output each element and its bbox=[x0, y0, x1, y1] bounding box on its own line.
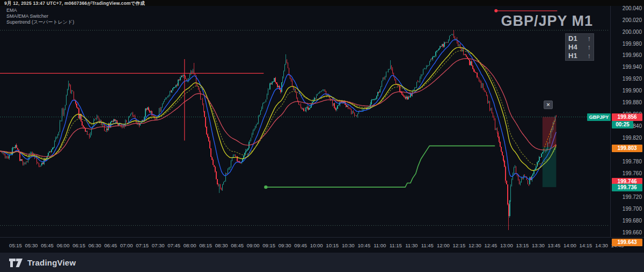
alert-lines[interactable] bbox=[0, 9, 557, 140]
mtf-row-h4: H4 ↑ bbox=[568, 43, 591, 52]
time-tick: 07:15 bbox=[136, 242, 149, 248]
indicator-legend[interactable]: EMA SMA/EMA Switcher Supertrend (スーパートレン… bbox=[6, 8, 74, 25]
close-icon[interactable]: ✕ bbox=[544, 101, 553, 109]
time-tick: 11:45 bbox=[421, 242, 434, 248]
price-tick: 200.040 bbox=[623, 5, 642, 11]
short-position-tool[interactable] bbox=[543, 117, 557, 188]
time-tick: 07:00 bbox=[120, 242, 133, 248]
time-tick: 08:00 bbox=[184, 242, 196, 248]
price-tick: 199.660 bbox=[623, 230, 642, 235]
price-tick: 200.020 bbox=[623, 17, 642, 23]
price-tick: 199.920 bbox=[623, 76, 642, 82]
time-tick: 08:15 bbox=[199, 242, 212, 248]
time-tick: 10:15 bbox=[326, 242, 339, 248]
price-tick: 199.820 bbox=[623, 135, 642, 141]
mtf-tf-label: H1 bbox=[568, 52, 577, 60]
mtf-trend-panel: D1 ↑ H4 ↑ H1 ↑ bbox=[565, 33, 594, 61]
time-tick: 09:15 bbox=[262, 242, 275, 248]
legend-item-ema[interactable]: EMA bbox=[6, 8, 74, 13]
legend-item-sma-ema-switcher[interactable]: SMA/EMA Switcher bbox=[6, 13, 74, 19]
time-tick: 12:00 bbox=[437, 242, 450, 248]
mtf-tf-label: D1 bbox=[568, 34, 577, 43]
target-price-label: 199.736 bbox=[612, 184, 642, 191]
time-tick: 05:45 bbox=[41, 242, 54, 248]
price-tick: 199.720 bbox=[623, 194, 642, 200]
price-tick: 199.780 bbox=[623, 159, 642, 164]
legend-item-supertrend[interactable]: Supertrend (スーパートレンド) bbox=[6, 19, 74, 25]
price-tick: 199.760 bbox=[623, 170, 642, 176]
up-arrow-icon: ↑ bbox=[588, 34, 591, 43]
time-tick: 10:00 bbox=[310, 242, 323, 248]
tradingview-wordmark[interactable]: TradingView bbox=[27, 258, 76, 267]
time-tick: 10:45 bbox=[357, 242, 370, 248]
time-tick: 11:30 bbox=[405, 242, 418, 248]
time-tick: 07:30 bbox=[152, 242, 165, 248]
ema-fast-blue bbox=[0, 40, 556, 180]
up-arrow-icon: ↑ bbox=[588, 52, 591, 60]
footer-bar: TradingView bbox=[0, 253, 644, 272]
price-tick: 199.960 bbox=[623, 52, 642, 58]
symbol-watermark: GBP/JPY M1 bbox=[501, 13, 593, 30]
price-tick: 199.680 bbox=[623, 218, 642, 224]
moving-average-lines bbox=[0, 40, 556, 180]
time-tick: 14:15 bbox=[580, 242, 592, 248]
time-tick: 11:15 bbox=[390, 242, 402, 248]
time-axis[interactable]: 05:1505:3005:4506:0006:1506:3006:4507:00… bbox=[0, 237, 644, 253]
time-tick: 08:30 bbox=[215, 242, 228, 248]
time-tick: 12:45 bbox=[485, 242, 497, 248]
attribution-bar: 9月 12, 2025 13:47 UTC+7, m0607366がTradin… bbox=[0, 0, 644, 6]
mtf-tf-label: H4 bbox=[568, 43, 577, 52]
bar-countdown-label: 00:25 bbox=[612, 121, 633, 128]
time-tick: 09:45 bbox=[294, 242, 307, 248]
attribution-text: 9月 12, 2025 13:47 UTC+7, m0607366がTradin… bbox=[4, 1, 145, 7]
time-tick: 06:45 bbox=[104, 242, 117, 248]
candlestick-layer[interactable] bbox=[0, 30, 557, 230]
up-arrow-icon: ↑ bbox=[588, 43, 591, 52]
alert-dot bbox=[494, 9, 497, 12]
time-tick: 12:15 bbox=[452, 242, 465, 248]
time-tick: 07:45 bbox=[167, 242, 180, 248]
price-tick: 199.980 bbox=[623, 41, 642, 47]
supertrend-line[interactable] bbox=[264, 146, 495, 189]
time-tick: 11:00 bbox=[374, 242, 386, 248]
position-profit-zone bbox=[543, 147, 557, 188]
chart-canvas[interactable] bbox=[0, 0, 644, 237]
time-tick: 14:30 bbox=[595, 242, 608, 248]
time-tick: 09:30 bbox=[279, 242, 291, 248]
time-tick: 05:30 bbox=[25, 242, 38, 248]
time-tick: 13:45 bbox=[548, 242, 561, 248]
supertrend-start-dot bbox=[264, 185, 267, 189]
time-tick: 09:00 bbox=[247, 242, 260, 248]
time-tick: 10:30 bbox=[342, 242, 355, 248]
time-tick: 08:45 bbox=[231, 242, 244, 248]
mtf-row-d1: D1 ↑ bbox=[568, 34, 591, 43]
time-tick: 14:00 bbox=[564, 242, 576, 248]
slow-ma-price-label: 199.803 bbox=[612, 145, 642, 152]
current-price-label: 199.856 bbox=[612, 113, 642, 121]
time-tick: 13:00 bbox=[500, 242, 513, 248]
session-low-label: 199.643 bbox=[612, 239, 642, 246]
time-tick: 06:15 bbox=[72, 242, 85, 248]
tradingview-logo-icon[interactable] bbox=[9, 257, 23, 268]
price-tick: 199.700 bbox=[623, 206, 642, 212]
time-tick: 05:15 bbox=[9, 242, 22, 248]
price-tick: 200.000 bbox=[623, 29, 642, 35]
symbol-price-tag: GBPJPY bbox=[587, 113, 611, 121]
time-tick: 13:30 bbox=[532, 242, 545, 248]
time-tick: 13:15 bbox=[516, 242, 529, 248]
price-tick: 199.880 bbox=[623, 99, 642, 105]
time-tick: 12:30 bbox=[469, 242, 481, 248]
time-tick: 06:30 bbox=[89, 242, 101, 248]
time-tick: 06:00 bbox=[57, 242, 70, 248]
mtf-row-h1: H1 ↑ bbox=[568, 52, 591, 60]
price-tick: 199.940 bbox=[623, 64, 642, 70]
price-tick: 199.900 bbox=[623, 88, 642, 94]
